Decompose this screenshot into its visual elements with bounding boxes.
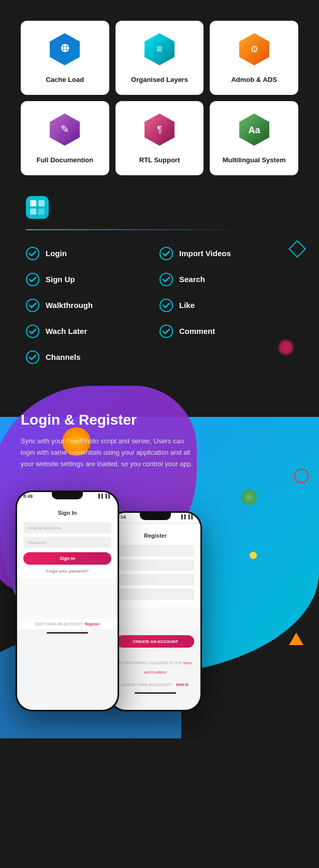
- login-section-description: Sync with your PixelPhoto script and ser…: [21, 436, 197, 470]
- login-section-title: Login & Register: [21, 412, 298, 428]
- feature-card-multilingual: Aa Multilingual System: [210, 101, 298, 175]
- check-icon-login: [26, 247, 39, 260]
- multilingual-icon-wrapper: Aa: [236, 111, 272, 148]
- check-icon-watch-later: [26, 325, 39, 338]
- reg-email-field[interactable]: [117, 559, 194, 571]
- reg-pass-field[interactable]: [117, 574, 194, 585]
- register-title: Register: [117, 533, 194, 539]
- svg-point-17: [26, 247, 39, 260]
- checklist-item-channels: Channels: [26, 344, 160, 370]
- phone2-home-bar: [135, 692, 176, 694]
- checklist-label-login: Login: [46, 249, 67, 258]
- pink-blob-decoration: [279, 340, 293, 355]
- phone2-signin-area: ALREADY HAVE AN ACCOUNT? SIGN IN: [110, 678, 200, 689]
- svg-rect-16: [38, 208, 45, 215]
- admob-label: Admob & ADS: [231, 76, 277, 85]
- password-field[interactable]: Password: [23, 537, 111, 548]
- phone2-spacer: [110, 607, 200, 628]
- svg-rect-12: [26, 196, 49, 219]
- checklist-item-like: Like: [160, 292, 293, 318]
- feature-card-docs: ✎ Full Documention: [21, 101, 109, 175]
- features-section: ⊕ Cache Load ≡ Organised: [0, 0, 319, 191]
- email-placeholder: Email & username: [27, 526, 61, 530]
- multilingual-hex-icon: Aa: [237, 113, 271, 147]
- phone-notch-bar: [52, 492, 83, 499]
- phone-signin-content: Sign In Email & username Password Sign I…: [17, 501, 118, 578]
- checklist-item-walkthrough: Walkthrough: [26, 292, 160, 318]
- signin-link[interactable]: SIGN IN: [176, 683, 189, 687]
- phone-signals: ▌▌ ▌▌: [98, 494, 111, 498]
- phone-status-bar: 8:49 ▌▌ ▌▌: [17, 492, 118, 501]
- checklist-label-like: Like: [179, 301, 195, 310]
- cache-load-hex-icon: ⊕: [48, 32, 82, 66]
- checklist-label-import: Import Videos: [179, 249, 231, 258]
- check-icon-signup: [26, 273, 39, 286]
- cache-load-label: Cache Load: [46, 76, 84, 85]
- rtl-label: RTL Support: [139, 156, 180, 165]
- register-link[interactable]: Register: [85, 622, 99, 626]
- email-field[interactable]: Email & username: [23, 522, 111, 534]
- reg-name-field[interactable]: [117, 545, 194, 556]
- phone-register-content: Register: [110, 524, 200, 607]
- no-account-text: DON'T HAVE AN ACCOUNT?: [35, 622, 83, 626]
- create-account-button[interactable]: CREATE AN ACCOUNT: [117, 635, 194, 648]
- svg-point-19: [26, 273, 39, 286]
- checklist-label-comment: Comment: [179, 327, 215, 335]
- phone-register-link-area: DON'T HAVE AN ACCOUNT? Register: [17, 619, 118, 629]
- checklist-grid: Login Import Videos Sign Up Search: [26, 241, 293, 370]
- rtl-hex-icon: ¶: [142, 113, 177, 147]
- logo-icon: [26, 196, 49, 219]
- multilingual-label: Multilingual System: [223, 156, 286, 165]
- agree-text: BY REGISTERING YOU AGREE TO OUR: [119, 661, 183, 665]
- svg-rect-13: [30, 200, 36, 206]
- organised-layers-icon-wrapper: ≡: [141, 31, 178, 67]
- svg-text:⊕: ⊕: [60, 41, 69, 54]
- password-placeholder: Password: [27, 540, 46, 545]
- reg-confirm-field[interactable]: [117, 589, 194, 600]
- svg-point-21: [26, 299, 39, 312]
- cache-load-icon-wrapper: ⊕: [47, 31, 83, 67]
- checklist-label-watch-later: Wach Later: [46, 327, 87, 335]
- phone-home-bar: [47, 632, 88, 634]
- already-account-text: ALREADY HAVE AN ACCOUNT?: [122, 683, 172, 687]
- check-icon-walkthrough: [26, 299, 39, 312]
- phone-register-mockup: 8:14 ▌▌ ▌▌ Register: [109, 511, 202, 711]
- check-icon-search: [160, 273, 173, 286]
- checklist-label-signup: Sign Up: [46, 275, 75, 284]
- svg-point-18: [160, 247, 172, 260]
- check-icon-comment: [160, 325, 173, 338]
- feature-card-admob: ⚙ Admob & ADS: [210, 21, 298, 95]
- rtl-icon-wrapper: ¶: [141, 111, 178, 148]
- svg-rect-15: [30, 208, 36, 215]
- phone-time: 8:49: [23, 494, 33, 499]
- svg-rect-14: [38, 200, 45, 206]
- phone2-signals: ▌▌ ▌▌: [181, 514, 194, 519]
- svg-text:Aa: Aa: [248, 125, 260, 135]
- docs-label: Full Documention: [36, 156, 93, 165]
- feature-card-organised-layers: ≡ Organised Layers: [115, 21, 204, 95]
- signin-button[interactable]: Sign In: [23, 552, 111, 565]
- phone-signin-screen: 8:49 ▌▌ ▌▌ Sign In Email & username Pass…: [17, 492, 118, 710]
- docs-icon-wrapper: ✎: [47, 111, 83, 148]
- svg-point-22: [160, 299, 172, 312]
- phone2-cta-area: CREATE AN ACCOUNT: [110, 628, 200, 655]
- signin-title: Sign In: [23, 510, 111, 516]
- admob-icon-wrapper: ⚙: [236, 31, 272, 67]
- checklist-label-search: Search: [179, 275, 205, 284]
- svg-point-20: [160, 273, 172, 286]
- checklist-item-login: Login: [26, 241, 160, 267]
- checklist-item-search: Search: [160, 267, 293, 292]
- admob-hex-icon: ⚙: [237, 32, 271, 66]
- checklist-item-comment: Comment: [160, 318, 293, 344]
- checklist-divider: [26, 229, 240, 230]
- forgot-password-link[interactable]: Forgot your password?: [23, 569, 111, 573]
- svg-text:⚙: ⚙: [250, 44, 258, 54]
- check-icon-like: [160, 299, 173, 312]
- checklist-logo: [26, 196, 293, 221]
- phone-bottom-area: [17, 578, 118, 619]
- checklist-item-watch-later: Wach Later: [26, 318, 160, 344]
- docs-hex-icon: ✎: [48, 113, 82, 147]
- svg-point-24: [160, 325, 172, 338]
- login-content: Login & Register Sync with your PixelPho…: [0, 386, 319, 480]
- phone-signin-mockup: 8:49 ▌▌ ▌▌ Sign In Email & username Pass…: [16, 491, 119, 711]
